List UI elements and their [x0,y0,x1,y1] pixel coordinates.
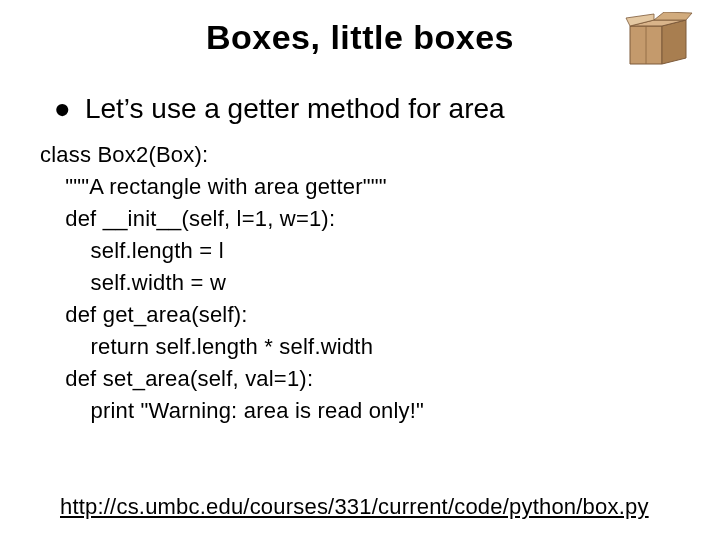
source-link[interactable]: http://cs.umbc.edu/courses/331/current/c… [60,494,649,520]
slide: Boxes, little boxes ● Let’s use a getter… [0,0,720,540]
bullet-item: ● Let’s use a getter method for area [54,93,720,125]
cardboard-box-icon [624,12,694,72]
bullet-text: Let’s use a getter method for area [85,93,505,125]
code-block: class Box2(Box): """A rectangle with are… [40,139,720,427]
bullet-dot-icon: ● [54,94,71,124]
slide-title: Boxes, little boxes [0,18,720,57]
title-bar: Boxes, little boxes [0,0,720,57]
svg-marker-1 [662,20,686,64]
svg-marker-4 [654,12,692,20]
